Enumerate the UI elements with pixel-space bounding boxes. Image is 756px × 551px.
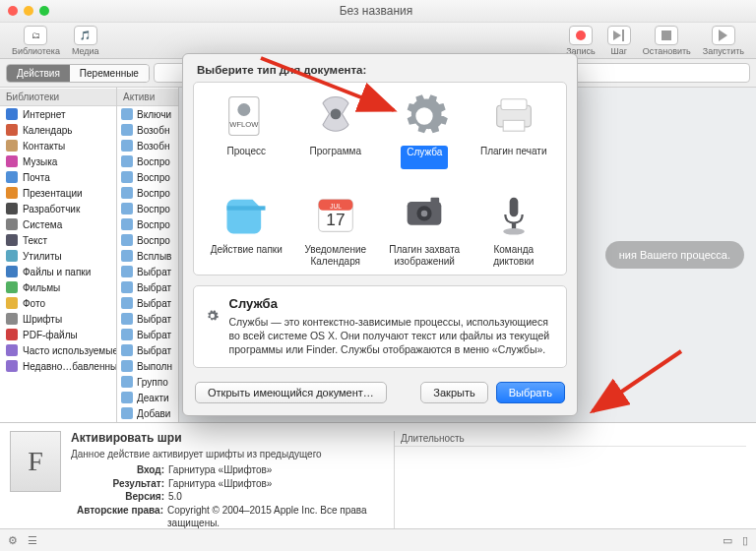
tab-variables[interactable]: Переменные (70, 65, 149, 82)
type-cell[interactable]: Действие папки (204, 181, 289, 275)
action-item[interactable]: Выбрат (117, 311, 178, 327)
sidebar-item[interactable]: Текст (0, 232, 116, 248)
svg-text:WFLOW: WFLOW (230, 120, 260, 129)
action-item[interactable]: Возобн (117, 138, 178, 153)
type-icon: WFLOW (220, 91, 272, 142)
sidebar-item[interactable]: Почта (0, 169, 116, 185)
action-item[interactable]: Воспро (117, 185, 178, 201)
view-icon-2[interactable]: ▯ (742, 534, 748, 547)
type-label: Процесс (227, 146, 267, 167)
type-cell[interactable]: JUL17Уведомление Календаря (293, 181, 379, 275)
action-item[interactable]: Деакти (117, 390, 178, 405)
record-button[interactable]: Запись (562, 26, 599, 56)
sidebar-frequently-used[interactable]: Часто используемые (0, 342, 116, 358)
font-icon: F (10, 431, 61, 492)
sidebar-item[interactable]: PDF-файлы (0, 327, 116, 342)
type-label: Плагин печати (480, 146, 546, 167)
action-item[interactable]: Выбрат (117, 279, 178, 295)
tab-actions[interactable]: Действия (7, 65, 70, 82)
action-item[interactable]: Выбрат (117, 264, 178, 279)
view-icon-1[interactable]: ▭ (723, 534, 732, 547)
type-icon (488, 91, 539, 142)
svg-point-14 (421, 211, 428, 217)
zoom-icon[interactable] (39, 6, 49, 16)
sidebar-item[interactable]: Фильмы (0, 279, 116, 295)
action-item[interactable]: Возобн (117, 122, 178, 138)
action-icon (121, 344, 133, 356)
type-cell[interactable]: WFLOWПроцесс (204, 83, 289, 177)
sidebar-item[interactable]: Музыка (0, 153, 116, 169)
action-item[interactable]: Воспро (117, 169, 178, 185)
gear-icon (206, 296, 220, 336)
action-item[interactable]: Группо (117, 374, 178, 390)
open-existing-button[interactable]: Открыть имеющийся документ… (195, 382, 387, 403)
action-icon (121, 281, 133, 293)
type-label: Плагин захвата изображений (384, 244, 466, 267)
close-icon[interactable] (8, 6, 18, 16)
choose-button[interactable]: Выбрать (496, 382, 565, 403)
sidebar-item[interactable]: Система (0, 216, 116, 232)
type-icon: JUL17 (310, 189, 361, 240)
action-item[interactable]: Воспро (117, 232, 178, 248)
action-item[interactable]: Воспро (117, 153, 178, 169)
action-item[interactable]: Выбрат (117, 295, 178, 311)
type-cell[interactable]: Команда диктовки (472, 181, 557, 275)
action-icon (121, 376, 133, 388)
type-label: Служба (401, 146, 448, 169)
sidebar-item[interactable]: Контакты (0, 138, 116, 153)
svg-text:JUL: JUL (330, 203, 342, 210)
type-cell[interactable]: Программа (293, 83, 379, 177)
media-button[interactable]: 🎵Медиа (68, 26, 103, 56)
sidebar-item[interactable]: Разработчик (0, 201, 116, 216)
category-icon (6, 203, 18, 214)
category-icon (6, 313, 18, 325)
stop-button[interactable]: Остановить (639, 26, 695, 56)
close-button[interactable]: Закрыть (420, 382, 487, 403)
sidebar-item[interactable]: Фото (0, 295, 116, 311)
view-segmented[interactable]: Действия Переменные (6, 64, 150, 83)
type-cell[interactable]: Плагин печати (472, 83, 557, 177)
category-icon (6, 108, 18, 120)
action-icon (121, 297, 133, 309)
library-button[interactable]: 🗂Библиотека (8, 26, 64, 56)
sidebar-item[interactable]: Файлы и папки (0, 264, 116, 279)
category-icon (6, 124, 18, 136)
category-icon (6, 329, 18, 340)
sidebar-item[interactable]: Утилиты (0, 248, 116, 264)
type-cell[interactable]: Плагин захвата изображений (382, 181, 468, 275)
action-item[interactable]: Воспро (117, 216, 178, 232)
run-button[interactable]: Запустить (699, 26, 748, 56)
sidebar-item[interactable]: Интернет (0, 106, 116, 122)
action-icon (121, 218, 133, 230)
action-icon (121, 392, 133, 403)
svg-point-3 (330, 108, 341, 119)
action-icon (121, 155, 133, 167)
workflow-hint: ния Вашего процесса. (605, 241, 744, 269)
action-item[interactable]: Всплыв (117, 248, 178, 264)
list-icon[interactable]: ☰ (28, 534, 37, 547)
action-item[interactable]: Добави (117, 405, 178, 421)
gear-icon[interactable]: ⚙︎ (8, 534, 18, 547)
svg-rect-16 (509, 198, 518, 217)
action-item[interactable]: Добави (117, 421, 178, 422)
action-item[interactable]: Выбрат (117, 342, 178, 358)
action-item[interactable]: Воспро (117, 201, 178, 216)
sidebar-item[interactable]: Шрифты (0, 311, 116, 327)
category-icon (6, 140, 18, 152)
svg-point-2 (238, 103, 251, 116)
type-cell[interactable]: Служба (382, 83, 468, 177)
svg-rect-5 (501, 99, 527, 110)
detail-subtitle: Данное действие активирует шрифты из пре… (71, 449, 384, 459)
action-icon (121, 329, 133, 340)
action-item[interactable]: Включи (117, 106, 178, 122)
window-title: Без названия (57, 4, 695, 18)
traffic-lights (8, 6, 49, 16)
minimize-icon[interactable] (24, 6, 33, 16)
action-item[interactable]: Выполн (117, 358, 178, 374)
type-label: Уведомление Календаря (295, 244, 377, 267)
step-button[interactable]: Шаг (603, 26, 635, 56)
sidebar-item[interactable]: Календарь (0, 122, 116, 138)
sidebar-recently-added[interactable]: Недавно…бавленные (0, 358, 116, 374)
sidebar-item[interactable]: Презентации (0, 185, 116, 201)
action-item[interactable]: Выбрат (117, 327, 178, 342)
